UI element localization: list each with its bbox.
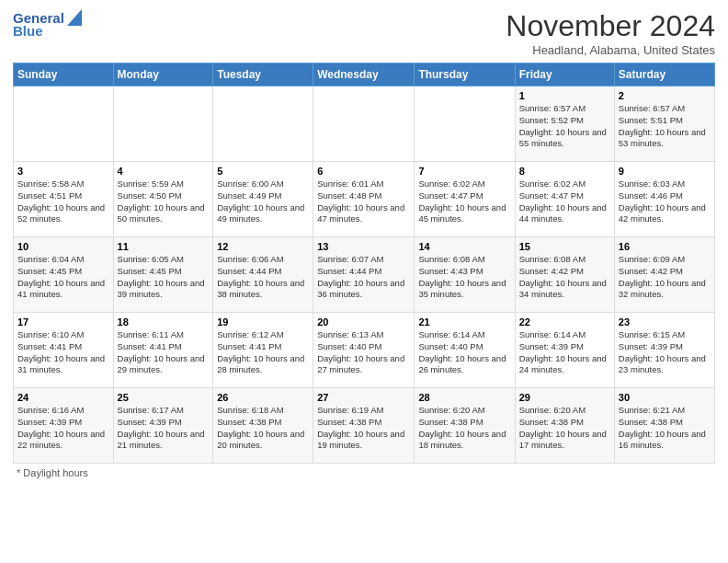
calendar-day-cell: 20Sunrise: 6:13 AM Sunset: 4:40 PM Dayli… — [313, 313, 415, 388]
calendar-week-row: 17Sunrise: 6:10 AM Sunset: 4:41 PM Dayli… — [14, 313, 715, 388]
day-number: 11 — [118, 241, 210, 252]
day-number: 10 — [17, 241, 109, 252]
calendar-week-row: 3Sunrise: 5:58 AM Sunset: 4:51 PM Daylig… — [14, 162, 715, 237]
day-info: Sunrise: 6:13 AM Sunset: 4:40 PM Dayligh… — [317, 329, 410, 376]
day-number: 1 — [519, 90, 610, 101]
day-number: 4 — [118, 166, 210, 177]
day-info: Sunrise: 6:03 AM Sunset: 4:46 PM Dayligh… — [619, 178, 711, 225]
calendar-header-row: SundayMondayTuesdayWednesdayThursdayFrid… — [14, 63, 715, 86]
location: Headland, Alabama, United States — [506, 43, 715, 57]
calendar-day-cell: 24Sunrise: 6:16 AM Sunset: 4:39 PM Dayli… — [14, 388, 114, 464]
day-number: 27 — [317, 392, 410, 403]
day-number: 6 — [317, 166, 410, 177]
calendar-day-header: Sunday — [14, 63, 114, 86]
calendar-day-cell — [313, 86, 415, 162]
calendar-day-cell: 19Sunrise: 6:12 AM Sunset: 4:41 PM Dayli… — [213, 313, 313, 388]
day-number: 23 — [619, 316, 711, 327]
logo-triangle-icon — [67, 9, 82, 26]
calendar-day-header: Tuesday — [213, 63, 313, 86]
day-number: 15 — [519, 241, 610, 252]
calendar-week-row: 24Sunrise: 6:16 AM Sunset: 4:39 PM Dayli… — [14, 388, 715, 464]
day-info: Sunrise: 6:10 AM Sunset: 4:41 PM Dayligh… — [17, 329, 109, 376]
calendar-day-cell: 18Sunrise: 6:11 AM Sunset: 4:41 PM Dayli… — [113, 313, 213, 388]
calendar-day-cell: 21Sunrise: 6:14 AM Sunset: 4:40 PM Dayli… — [415, 313, 515, 388]
day-info: Sunrise: 6:07 AM Sunset: 4:44 PM Dayligh… — [317, 254, 410, 301]
day-info: Sunrise: 6:57 AM Sunset: 5:51 PM Dayligh… — [619, 103, 711, 150]
calendar-day-cell: 3Sunrise: 5:58 AM Sunset: 4:51 PM Daylig… — [14, 162, 114, 237]
day-number: 30 — [619, 392, 711, 403]
calendar-week-row: 10Sunrise: 6:04 AM Sunset: 4:45 PM Dayli… — [14, 237, 715, 313]
day-number: 25 — [118, 392, 210, 403]
calendar-day-header: Wednesday — [313, 63, 415, 86]
day-info: Sunrise: 6:09 AM Sunset: 4:42 PM Dayligh… — [619, 254, 711, 301]
svg-marker-0 — [67, 9, 82, 26]
day-number: 5 — [217, 166, 309, 177]
day-number: 22 — [519, 316, 610, 327]
day-number: 8 — [519, 166, 610, 177]
calendar-day-cell: 13Sunrise: 6:07 AM Sunset: 4:44 PM Dayli… — [313, 237, 415, 313]
day-number: 9 — [619, 166, 711, 177]
calendar-day-cell: 28Sunrise: 6:20 AM Sunset: 4:38 PM Dayli… — [415, 388, 515, 464]
calendar-day-cell: 23Sunrise: 6:15 AM Sunset: 4:39 PM Dayli… — [614, 313, 714, 388]
day-number: 13 — [317, 241, 410, 252]
calendar-day-cell — [415, 86, 515, 162]
day-info: Sunrise: 6:04 AM Sunset: 4:45 PM Dayligh… — [17, 254, 109, 301]
day-number: 29 — [519, 392, 610, 403]
day-number: 2 — [619, 90, 711, 101]
day-info: Sunrise: 6:17 AM Sunset: 4:39 PM Dayligh… — [118, 405, 210, 452]
calendar-day-cell: 7Sunrise: 6:02 AM Sunset: 4:47 PM Daylig… — [415, 162, 515, 237]
day-info: Sunrise: 6:02 AM Sunset: 4:47 PM Dayligh… — [519, 178, 610, 225]
day-info: Sunrise: 6:02 AM Sunset: 4:47 PM Dayligh… — [418, 178, 510, 225]
calendar-day-cell: 25Sunrise: 6:17 AM Sunset: 4:39 PM Dayli… — [113, 388, 213, 464]
day-info: Sunrise: 6:20 AM Sunset: 4:38 PM Dayligh… — [519, 405, 610, 452]
calendar-body: 1Sunrise: 6:57 AM Sunset: 5:52 PM Daylig… — [14, 86, 715, 464]
calendar-day-cell: 6Sunrise: 6:01 AM Sunset: 4:48 PM Daylig… — [313, 162, 415, 237]
logo: General Blue — [13, 9, 82, 39]
day-info: Sunrise: 6:00 AM Sunset: 4:49 PM Dayligh… — [217, 178, 309, 225]
calendar-day-cell — [14, 86, 114, 162]
day-info: Sunrise: 6:12 AM Sunset: 4:41 PM Dayligh… — [217, 329, 309, 376]
calendar-day-cell: 8Sunrise: 6:02 AM Sunset: 4:47 PM Daylig… — [515, 162, 614, 237]
calendar-day-header: Monday — [113, 63, 213, 86]
day-info: Sunrise: 6:19 AM Sunset: 4:38 PM Dayligh… — [317, 405, 410, 452]
page-container: General Blue November 2024 Headland, Ala… — [0, 0, 728, 484]
day-number: 14 — [418, 241, 510, 252]
calendar-day-cell: 12Sunrise: 6:06 AM Sunset: 4:44 PM Dayli… — [213, 237, 313, 313]
calendar-day-cell: 16Sunrise: 6:09 AM Sunset: 4:42 PM Dayli… — [614, 237, 714, 313]
calendar-day-cell: 26Sunrise: 6:18 AM Sunset: 4:38 PM Dayli… — [213, 388, 313, 464]
calendar-day-cell: 10Sunrise: 6:04 AM Sunset: 4:45 PM Dayli… — [14, 237, 114, 313]
title-block: November 2024 Headland, Alabama, United … — [506, 9, 715, 57]
calendar-day-cell — [113, 86, 213, 162]
calendar-day-cell: 2Sunrise: 6:57 AM Sunset: 5:51 PM Daylig… — [614, 86, 714, 162]
calendar-day-cell: 29Sunrise: 6:20 AM Sunset: 4:38 PM Dayli… — [515, 388, 614, 464]
day-info: Sunrise: 5:59 AM Sunset: 4:50 PM Dayligh… — [118, 178, 210, 225]
calendar-day-header: Friday — [515, 63, 614, 86]
day-info: Sunrise: 6:08 AM Sunset: 4:42 PM Dayligh… — [519, 254, 610, 301]
day-info: Sunrise: 6:01 AM Sunset: 4:48 PM Dayligh… — [317, 178, 410, 225]
day-info: Sunrise: 6:15 AM Sunset: 4:39 PM Dayligh… — [619, 329, 711, 376]
day-info: Sunrise: 6:18 AM Sunset: 4:38 PM Dayligh… — [217, 405, 309, 452]
header: General Blue November 2024 Headland, Ala… — [13, 9, 715, 57]
day-number: 21 — [418, 316, 510, 327]
day-number: 3 — [17, 166, 109, 177]
day-number: 20 — [317, 316, 410, 327]
day-info: Sunrise: 6:14 AM Sunset: 4:40 PM Dayligh… — [418, 329, 510, 376]
day-number: 7 — [418, 166, 510, 177]
calendar-week-row: 1Sunrise: 6:57 AM Sunset: 5:52 PM Daylig… — [14, 86, 715, 162]
day-number: 17 — [17, 316, 109, 327]
calendar-table: SundayMondayTuesdayWednesdayThursdayFrid… — [13, 63, 715, 464]
calendar-day-cell: 15Sunrise: 6:08 AM Sunset: 4:42 PM Dayli… — [515, 237, 614, 313]
day-number: 12 — [217, 241, 309, 252]
day-number: 24 — [17, 392, 109, 403]
logo-blue-text: Blue — [13, 23, 43, 39]
day-info: Sunrise: 6:05 AM Sunset: 4:45 PM Dayligh… — [118, 254, 210, 301]
calendar-day-cell: 11Sunrise: 6:05 AM Sunset: 4:45 PM Dayli… — [113, 237, 213, 313]
day-info: Sunrise: 6:06 AM Sunset: 4:44 PM Dayligh… — [217, 254, 309, 301]
day-info: Sunrise: 6:16 AM Sunset: 4:39 PM Dayligh… — [17, 405, 109, 452]
day-info: Sunrise: 6:08 AM Sunset: 4:43 PM Dayligh… — [418, 254, 510, 301]
day-info: Sunrise: 6:20 AM Sunset: 4:38 PM Dayligh… — [418, 405, 510, 452]
day-info: Sunrise: 5:58 AM Sunset: 4:51 PM Dayligh… — [17, 178, 109, 225]
calendar-day-cell: 9Sunrise: 6:03 AM Sunset: 4:46 PM Daylig… — [614, 162, 714, 237]
day-info: Sunrise: 6:57 AM Sunset: 5:52 PM Dayligh… — [519, 103, 610, 150]
day-info: Sunrise: 6:14 AM Sunset: 4:39 PM Dayligh… — [519, 329, 610, 376]
